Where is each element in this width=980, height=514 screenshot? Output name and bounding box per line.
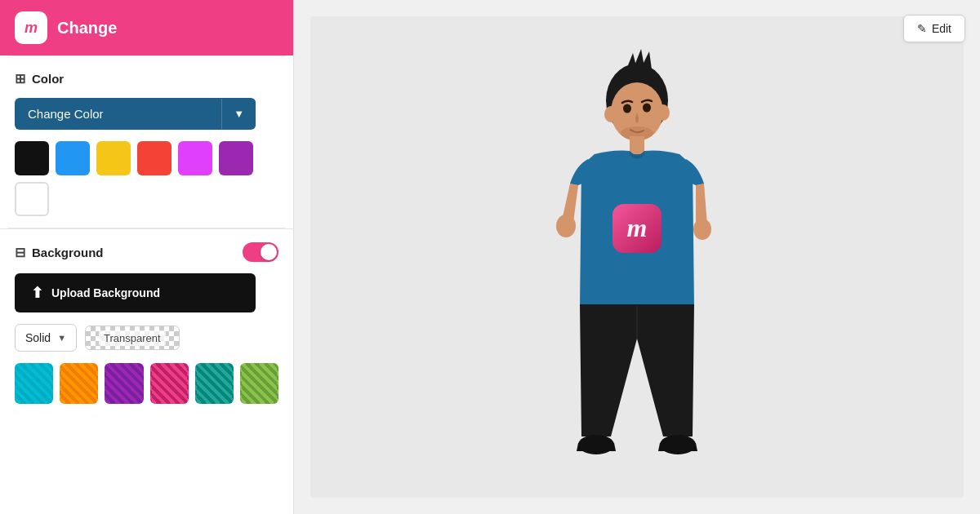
background-section: ⊟ Background ⬆ Upload Background Solid ▼… [0,228,293,412]
svg-point-12 [556,215,576,237]
texture-swatch-green[interactable] [240,363,278,404]
svg-point-6 [604,106,617,122]
panel-header: m Change [0,0,293,55]
texture-swatch-pink[interactable] [150,363,189,404]
color-swatch-white[interactable] [15,182,49,216]
svg-point-9 [643,104,651,113]
color-swatch-black[interactable] [15,141,49,175]
color-swatches-row [15,141,278,216]
app-logo: m [15,11,47,44]
toggle-knob [261,244,277,260]
logo-icon: m [24,20,38,37]
background-section-icon: ⊟ [15,245,25,260]
background-section-title: Background [32,246,104,259]
color-section: ⊞ Color Change Color ▼ [0,56,293,228]
upload-background-button[interactable]: ⬆ Upload Background [15,273,256,312]
background-heading: ⊟ Background [15,245,104,260]
tshirt-preview-svg: m [482,45,792,469]
preview-canvas: m [310,16,964,498]
upload-background-label: Upload Background [51,286,160,299]
color-dropdown-arrow-icon: ▼ [221,99,256,129]
color-swatch-purple[interactable] [219,141,253,175]
texture-swatch-purple[interactable] [105,363,143,404]
color-swatch-yellow[interactable] [96,141,131,175]
texture-swatch-orange[interactable] [60,363,98,404]
background-toggle[interactable] [243,242,278,262]
edit-icon: ✎ [917,22,927,35]
edit-button[interactable]: ✎ Edit [903,15,965,42]
solid-dropdown[interactable]: Solid ▼ [15,324,77,352]
svg-point-8 [623,104,631,113]
upload-cloud-icon: ⬆ [31,284,43,302]
header-title: Change [57,19,117,38]
color-section-title: Color [32,72,64,86]
edit-button-label: Edit [932,22,951,35]
svg-rect-11 [630,136,644,154]
color-swatch-red[interactable] [137,141,172,175]
texture-swatch-teal[interactable] [195,363,234,404]
background-heading-row: ⊟ Background [15,242,278,262]
texture-swatches-row [15,363,278,404]
color-swatch-pink[interactable] [178,141,212,175]
transparent-option[interactable]: Transparent [85,326,180,350]
solid-option-label: Solid [25,331,51,344]
change-color-dropdown[interactable]: Change Color ▼ [15,98,256,130]
change-color-label: Change Color [15,98,221,130]
color-swatch-blue[interactable] [56,141,90,175]
svg-point-7 [657,104,670,121]
left-panel: m Change ⊞ Color Change Color ▼ [0,0,294,514]
transparent-option-label: Transparent [99,330,166,346]
color-section-heading: ⊞ Color [15,71,278,86]
svg-point-13 [693,219,711,240]
texture-swatch-cyan[interactable] [15,363,53,404]
solid-dropdown-arrow-icon: ▼ [57,333,66,343]
svg-text:m: m [627,213,648,242]
right-panel: ✎ Edit [294,0,980,514]
bg-options-row: Solid ▼ Transparent [15,324,278,352]
color-section-icon: ⊞ [15,71,25,86]
